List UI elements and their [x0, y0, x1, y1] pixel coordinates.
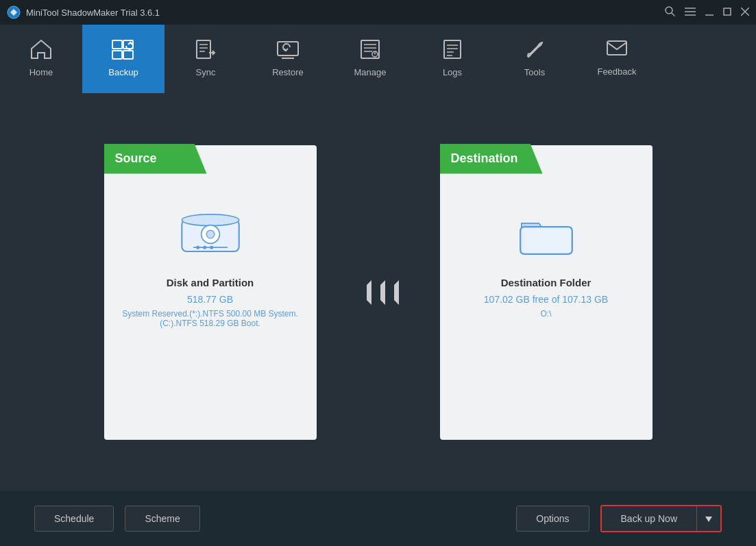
disk-icon — [176, 207, 245, 264]
folder-icon — [515, 207, 577, 264]
main-content: Source Disk and Partition 518.77 GB Syst… — [0, 93, 756, 491]
nav-feedback-label: Feedback — [597, 66, 636, 77]
svg-rect-33 — [607, 41, 626, 55]
nav-home[interactable]: Home — [0, 25, 82, 93]
search-icon[interactable] — [664, 5, 675, 19]
svg-point-40 — [203, 245, 206, 249]
nav-tools[interactable]: Tools — [493, 25, 576, 93]
arrow-indicator — [358, 280, 399, 305]
nav-logs-label: Logs — [443, 67, 462, 77]
svg-rect-12 — [112, 51, 122, 59]
nav-restore[interactable]: Restore — [247, 25, 329, 93]
backup-now-dropdown[interactable] — [696, 506, 720, 531]
home-icon — [30, 39, 52, 63]
nav-tools-label: Tools — [524, 67, 545, 77]
svg-rect-20 — [361, 40, 379, 58]
destination-label: Destination — [440, 144, 543, 174]
backup-icon — [111, 39, 136, 63]
maximize-icon[interactable] — [723, 6, 731, 18]
destination-title: Destination Folder — [501, 277, 592, 288]
minimize-icon[interactable] — [705, 6, 714, 18]
feedback-icon — [606, 40, 628, 62]
nav-sync-label: Sync — [196, 67, 216, 77]
svg-point-35 — [182, 214, 239, 225]
menu-icon[interactable] — [685, 6, 696, 18]
restore-icon — [276, 39, 300, 63]
backup-now-button[interactable]: Back up Now — [602, 506, 696, 531]
svg-line-2 — [672, 13, 674, 16]
source-label: Source — [104, 144, 207, 174]
svg-rect-14 — [197, 40, 210, 58]
close-icon[interactable] — [741, 6, 749, 18]
app-title: MiniTool ShadowMaker Trial 3.6.1 — [26, 8, 664, 18]
source-size: 518.77 GB — [187, 294, 233, 305]
nav-manage-label: Manage — [354, 67, 387, 77]
nav-backup-label: Backup — [108, 67, 138, 77]
titlebar: MiniTool ShadowMaker Trial 3.6.1 — [0, 0, 756, 25]
nav-home-label: Home — [29, 67, 53, 77]
destination-path: O:\ — [533, 309, 558, 319]
window-controls — [664, 5, 749, 19]
svg-point-26 — [375, 54, 376, 55]
svg-rect-10 — [112, 40, 122, 49]
destination-free: 107.02 GB free of 107.13 GB — [484, 294, 608, 305]
navbar: Home Backup Sync — [0, 25, 756, 93]
sync-icon — [195, 39, 216, 63]
backup-now-group: Back up Now — [600, 505, 722, 532]
nav-manage[interactable]: Manage — [329, 25, 411, 93]
app-logo — [7, 5, 21, 19]
source-description: System Reserved.(*:).NTFS 500.00 MB Syst… — [104, 309, 317, 328]
options-button[interactable]: Options — [516, 506, 589, 532]
scheme-button[interactable]: Scheme — [125, 506, 199, 532]
destination-card[interactable]: Destination Destination Folder 107.02 GB… — [440, 145, 653, 440]
bottombar: Schedule Scheme Options Back up Now — [0, 491, 756, 546]
source-title: Disk and Partition — [167, 277, 254, 288]
svg-point-39 — [196, 245, 199, 249]
tools-icon — [524, 39, 545, 63]
schedule-button[interactable]: Schedule — [34, 506, 114, 532]
svg-rect-13 — [123, 51, 133, 59]
svg-rect-7 — [724, 8, 731, 15]
nav-sync[interactable]: Sync — [164, 25, 247, 93]
svg-point-37 — [206, 230, 215, 238]
logs-icon — [443, 39, 462, 63]
nav-logs[interactable]: Logs — [411, 25, 493, 93]
nav-feedback[interactable]: Feedback — [576, 25, 658, 93]
source-card[interactable]: Source Disk and Partition 518.77 GB Syst… — [104, 145, 317, 440]
chevron-3 — [381, 280, 399, 305]
svg-point-41 — [210, 245, 213, 249]
manage-icon — [360, 39, 380, 63]
nav-backup[interactable]: Backup — [82, 25, 164, 93]
nav-restore-label: Restore — [272, 67, 304, 77]
